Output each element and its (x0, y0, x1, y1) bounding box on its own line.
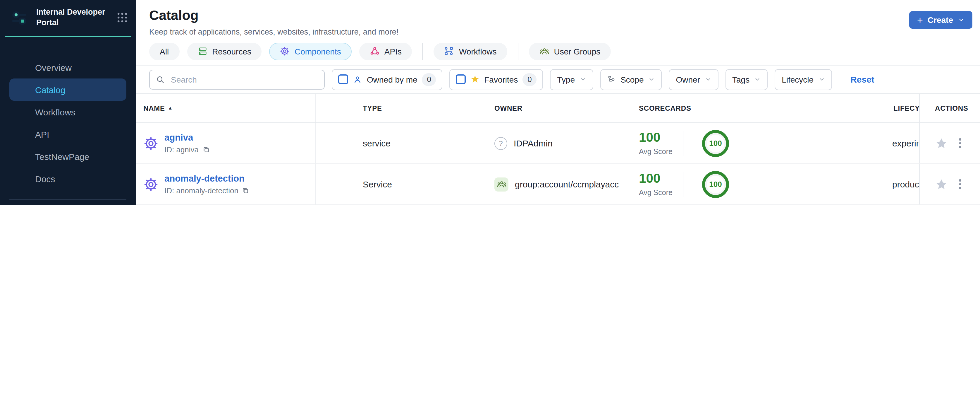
sidebar-item-catalog[interactable]: Catalog (10, 78, 126, 101)
avg-score-label: Avg Score (639, 148, 683, 156)
tab-apis[interactable]: APIs (359, 43, 412, 60)
entity-tabs: All Resources Components APIs Workflows (136, 37, 980, 65)
favorite-star-icon[interactable] (935, 137, 948, 150)
portal-title: Internal Developer Portal (36, 7, 105, 28)
owned-by-me-filter: Owned by me 0 (332, 69, 442, 90)
table-row: anomaly-detection ID: anomaly-detection … (136, 164, 980, 205)
component-gear-icon (143, 177, 159, 192)
tags-dropdown[interactable]: Tags (725, 69, 768, 90)
column-header-name[interactable]: NAME ▲ (136, 94, 316, 123)
copy-icon[interactable] (242, 187, 250, 195)
main-content: Catalog Keep track of applications, serv… (136, 0, 980, 205)
name-cell: agniva ID: agniva (136, 123, 316, 163)
resources-icon (197, 46, 207, 56)
sidebar-item-testnewpage[interactable]: TestNewPage (0, 145, 136, 168)
actions-cell (919, 123, 980, 163)
actions-cell (919, 164, 980, 204)
kebab-menu-icon[interactable] (957, 137, 963, 150)
group-owner-icon (495, 177, 508, 191)
chevron-down-icon (958, 16, 965, 24)
lifecycle-dropdown[interactable]: Lifecycle (775, 69, 832, 90)
scorecard-ring[interactable]: 100 (702, 130, 729, 157)
sidebar: Internal Developer Portal Overview Catal… (0, 0, 136, 205)
table-row: agniva ID: agniva service ? IDPAdmin 100… (136, 123, 980, 164)
lifecycle-cell: production (892, 179, 919, 189)
component-name-link[interactable]: agniva (164, 132, 210, 143)
score-divider (683, 130, 683, 156)
type-dropdown[interactable]: Type (550, 69, 593, 90)
create-button[interactable]: + Create (910, 11, 972, 29)
tab-divider (518, 43, 519, 59)
filter-bar: Owned by me 0 ★ Favorites 0 Type Scope O… (136, 65, 980, 94)
favorites-filter: ★ Favorites 0 (450, 69, 543, 90)
apis-icon (370, 46, 380, 56)
scorecard-ring[interactable]: 100 (702, 171, 729, 198)
components-gear-icon (280, 46, 290, 56)
catalog-table: NAME ▲ TYPE OWNER SCORECARDS LIFECYCLE A… (136, 94, 980, 205)
tab-divider (423, 43, 423, 59)
column-header-lifecycle: LIFECYCLE (892, 104, 919, 112)
component-name-link[interactable]: anomaly-detection (164, 173, 250, 184)
owned-by-me-checkbox[interactable] (338, 74, 348, 85)
column-header-scorecards: SCORECARDS (627, 104, 892, 112)
tab-user-groups[interactable]: User Groups (529, 43, 611, 60)
chevron-down-icon (705, 76, 711, 83)
tab-resources[interactable]: Resources (187, 43, 262, 60)
owned-by-me-count: 0 (422, 73, 436, 86)
owner-value: IDPAdmin (514, 138, 553, 148)
copy-icon[interactable] (202, 146, 210, 153)
favorites-count: 0 (522, 73, 536, 86)
scorecard-rings: 100 (702, 171, 729, 198)
type-value: service (363, 138, 391, 148)
favorite-star-icon[interactable] (935, 178, 948, 191)
scorecards-cell: 100 Avg Score 100 (627, 130, 892, 157)
tab-workflows[interactable]: Workflows (434, 43, 507, 60)
lifecycle-value: production (892, 179, 919, 189)
avg-score-value: 100 (639, 172, 683, 186)
avg-score-value: 100 (639, 131, 683, 145)
page-header: Catalog Keep track of applications, serv… (136, 0, 980, 37)
sidebar-accent-rule (5, 36, 131, 37)
favorites-checkbox[interactable] (456, 74, 466, 85)
search-input[interactable] (170, 74, 318, 85)
reset-filters-link[interactable]: Reset (850, 74, 874, 85)
scorecard-rings: 100 (702, 130, 729, 157)
sidebar-nav: Overview Catalog Workflows API TestNewPa… (0, 56, 136, 190)
component-id: ID: agniva (164, 145, 199, 154)
scope-icon (607, 75, 616, 84)
search-box (149, 69, 325, 89)
sidebar-item-workflows[interactable]: Workflows (0, 101, 136, 123)
component-id: ID: anomaly-detection (164, 186, 239, 195)
sidebar-divider (10, 199, 126, 200)
owner-dropdown[interactable]: Owner (669, 69, 718, 90)
chevron-down-icon (579, 76, 586, 83)
table-body: agniva ID: agniva service ? IDPAdmin 100… (136, 123, 980, 205)
component-gear-icon (143, 136, 159, 151)
tab-components[interactable]: Components (269, 43, 352, 60)
kebab-menu-icon[interactable] (957, 178, 963, 191)
app-grid-icon[interactable] (116, 11, 129, 24)
chevron-down-icon (818, 76, 825, 83)
plus-icon: + (917, 15, 923, 25)
tab-all[interactable]: All (149, 43, 179, 60)
sidebar-item-overview[interactable]: Overview (0, 56, 136, 78)
person-icon (353, 75, 362, 84)
type-value: Service (363, 179, 392, 189)
sidebar-logo[interactable]: Internal Developer Portal (0, 0, 136, 35)
sidebar-item-docs[interactable]: Docs (0, 168, 136, 190)
table-header-row: NAME ▲ TYPE OWNER SCORECARDS LIFECYCLE A… (136, 94, 980, 123)
column-header-owner: OWNER (448, 104, 627, 112)
scorecards-cell: 100 Avg Score 100 (627, 171, 892, 198)
lifecycle-value: experimental (892, 138, 919, 148)
sort-ascending-icon: ▲ (168, 105, 173, 111)
owner-cell: ? IDPAdmin (448, 137, 627, 150)
chevron-down-icon (649, 76, 655, 83)
unknown-owner-icon: ? (495, 137, 507, 150)
column-header-actions: ACTIONS (919, 94, 980, 123)
scope-dropdown[interactable]: Scope (600, 69, 662, 90)
sidebar-item-api[interactable]: API (0, 123, 136, 145)
workflows-icon (444, 46, 454, 56)
owner-cell: group:account/ccmplayacc (448, 177, 627, 191)
user-groups-icon (539, 46, 549, 56)
score-divider (683, 171, 683, 197)
